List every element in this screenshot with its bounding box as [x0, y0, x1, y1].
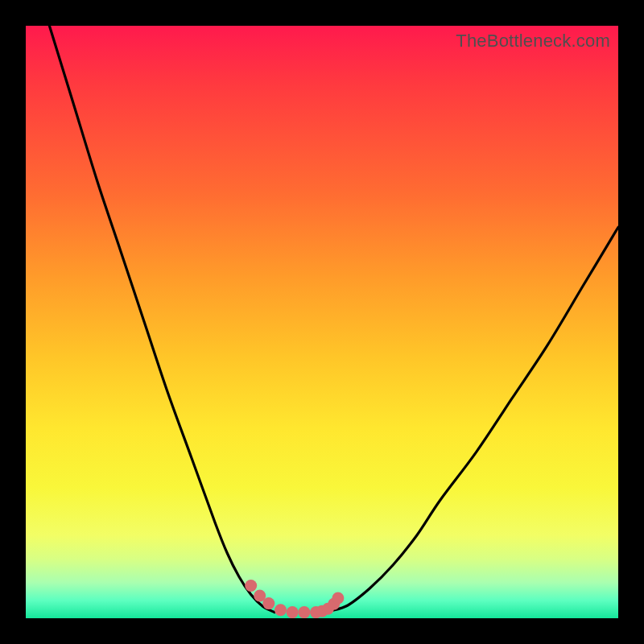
valley-marker-dot — [254, 590, 266, 602]
valley-marker-dot — [332, 592, 344, 605]
valley-marker-dot — [262, 597, 275, 609]
valley-markers — [245, 580, 344, 618]
chart-frame: TheBottleneck.com — [0, 0, 644, 644]
valley-marker-dot — [310, 606, 322, 618]
valley-marker-dot — [287, 606, 299, 618]
valley-marker-dot — [245, 580, 257, 592]
valley-marker-dot — [316, 605, 328, 617]
right-curve — [322, 227, 618, 612]
valley-marker-dot — [328, 598, 340, 610]
valley-marker-dot — [322, 603, 334, 615]
valley-marker-dot — [275, 604, 287, 616]
left-curve — [49, 26, 275, 613]
chart-svg — [26, 26, 618, 618]
valley-marker-dot — [298, 606, 310, 618]
chart-plot-area: TheBottleneck.com — [26, 26, 618, 618]
watermark-text: TheBottleneck.com — [456, 31, 610, 52]
